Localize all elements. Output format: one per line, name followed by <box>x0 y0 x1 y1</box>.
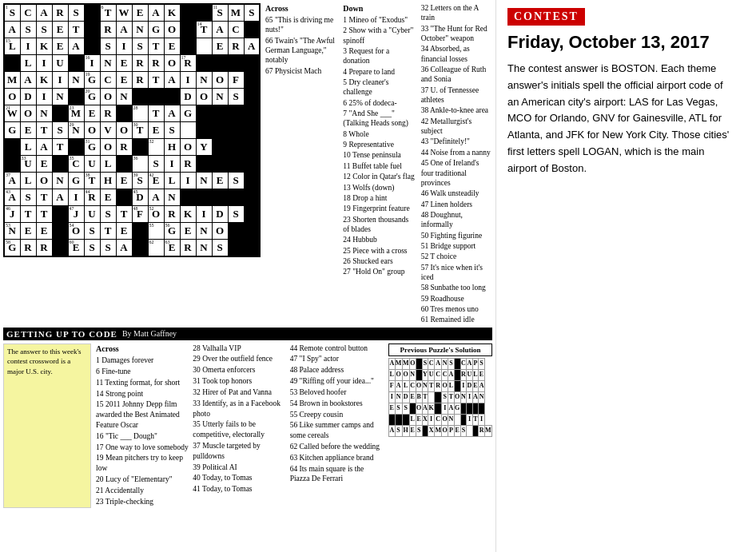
cell-7-5: O <box>84 122 100 139</box>
cell-letter-6-1: O <box>21 105 36 121</box>
cell-10-4: G <box>68 173 84 189</box>
sol-cell-3-12: I <box>467 391 473 403</box>
cell-num-11-0: 43 <box>6 189 10 194</box>
cell-letter-14-2: R <box>37 240 52 256</box>
cell-num-10-0: 37 <box>6 173 10 177</box>
cell-1-5 <box>84 22 100 38</box>
sol-cell-0-7: A <box>435 358 442 369</box>
cell-11-0: 43A <box>4 189 20 206</box>
cell-5-3: N <box>52 89 68 105</box>
cell-10-1: L <box>20 173 36 189</box>
cell-1-13: A <box>212 22 228 38</box>
cell-letter-9-10: I <box>165 156 180 172</box>
sol-cell-4-5: A <box>422 403 428 414</box>
cell-0-7: W <box>116 4 132 22</box>
sol-cell-2-13: E <box>472 380 479 391</box>
list-item: 63 Kitchen appliance brand <box>290 453 384 463</box>
cell-letter-2-14: R <box>229 38 244 54</box>
cell-12-12: I <box>196 206 212 223</box>
list-item: 48 Palace address <box>290 365 384 375</box>
cell-5-5: 20G <box>84 89 100 105</box>
cell-num-3-5: 16 <box>86 55 90 60</box>
sol-cell-1-1: O <box>395 369 402 380</box>
cell-3-15 <box>244 55 260 72</box>
sol-cell-4-0: E <box>389 403 396 414</box>
cell-letter-0-4: S <box>69 5 84 21</box>
list-item: 36 Colleague of Ruth and Sonia <box>421 65 492 85</box>
cell-6-11: G <box>180 105 196 122</box>
cell-num-2-0: 15 <box>6 38 10 43</box>
cell-6-0: 21W <box>4 105 20 122</box>
sol-cell-6-14: R <box>479 425 485 436</box>
cell-letter-4-8: R <box>133 72 148 88</box>
cell-7-0: G <box>4 122 20 139</box>
cell-2-3: E <box>52 38 68 55</box>
list-item: 54 Brown in bookstores <box>290 399 384 409</box>
sol-cell-5-4: E <box>416 414 422 425</box>
sol-cell-5-8: O <box>442 414 448 425</box>
cell-11-6: E <box>100 189 116 206</box>
cell-letter-11-4: I <box>69 189 84 205</box>
cell-letter-12-10: R <box>165 206 180 222</box>
sol-cell-6-8: O <box>442 425 448 436</box>
bottom-clue-col-2: 28 Valhalla VIP29 Over the outfield fenc… <box>193 344 286 508</box>
cell-letter-10-14: S <box>229 173 244 189</box>
across-top-clues: 65 "This is driving me nuts!"66 Twain's … <box>265 15 336 76</box>
cell-7-3: S <box>52 122 68 139</box>
cell-num-12-0: 46 <box>6 206 10 211</box>
cell-num-8-5: 31 <box>86 139 90 144</box>
cell-12-1: T <box>20 206 36 223</box>
sol-cell-1-9: A <box>448 369 455 380</box>
cell-2-11 <box>180 38 196 55</box>
cell-letter-0-9: A <box>149 5 164 21</box>
cell-0-0: 1S <box>4 4 20 22</box>
cell-num-10-5: 38 <box>86 173 90 177</box>
list-item: 11 Buffet table fuel <box>343 161 414 171</box>
cell-12-3 <box>52 206 68 223</box>
cell-5-1: D <box>20 89 36 105</box>
cell-num-12-8: 48 <box>133 206 138 211</box>
cell-0-15: S <box>244 4 260 22</box>
cell-letter-11-9: A <box>149 189 164 205</box>
cell-11-12 <box>196 189 212 206</box>
sol-cell-5-6: I <box>428 414 435 425</box>
cell-6-3 <box>52 105 68 122</box>
cell-8-11: O <box>180 139 196 156</box>
cell-letter-8-3: T <box>53 139 68 155</box>
answer-highlight-text: The answer to this week's contest crossw… <box>7 347 82 375</box>
cell-num-6-8: 28 <box>133 105 138 110</box>
sol-cell-2-14: A <box>479 380 485 391</box>
cell-7-6: V <box>100 122 116 139</box>
list-item: 47 Linen holders <box>421 200 492 209</box>
cell-letter-12-1: T <box>21 206 36 222</box>
list-item: 62 Called before the wedding <box>290 442 384 452</box>
cell-3-2: I <box>36 55 52 72</box>
cell-5-4 <box>68 89 84 105</box>
cell-letter-4-9: T <box>149 72 164 88</box>
cell-4-9: T <box>148 72 164 89</box>
cell-4-12: N <box>196 72 212 89</box>
sol-cell-0-1: M <box>395 358 402 369</box>
cell-letter-0-8: E <box>133 5 148 21</box>
list-item: 6 25% of dodeca- <box>343 98 414 108</box>
sol-cell-4-10: G <box>454 403 460 414</box>
list-item: 13 Wolfs (down) <box>343 183 414 193</box>
list-item: 44 Noise from a nanny <box>421 148 492 157</box>
cell-13-7: E <box>116 223 132 240</box>
bottom-across-clues-3: 44 Remote control button47 "I Spy" actor… <box>290 344 384 485</box>
cell-letter-5-14: S <box>229 89 244 105</box>
cell-letter-8-12: Y <box>197 139 212 155</box>
cell-0-11 <box>180 4 196 22</box>
cell-12-8: 48F <box>132 206 148 223</box>
cell-8-5: 31G <box>84 139 100 156</box>
cell-7-12 <box>196 122 212 139</box>
cell-letter-4-12: N <box>197 72 212 88</box>
list-item: 8 Whole <box>343 129 414 139</box>
cell-letter-11-6: E <box>101 189 116 205</box>
cell-3-14 <box>228 55 244 72</box>
panel-body: The contest answer is BOSTON. Each theme… <box>507 61 732 177</box>
cell-5-13: N <box>212 89 228 105</box>
cell-0-10: K <box>164 4 180 22</box>
puzzle-author: By Matt Gaffney <box>122 329 177 338</box>
cell-letter-1-14: C <box>229 22 244 38</box>
